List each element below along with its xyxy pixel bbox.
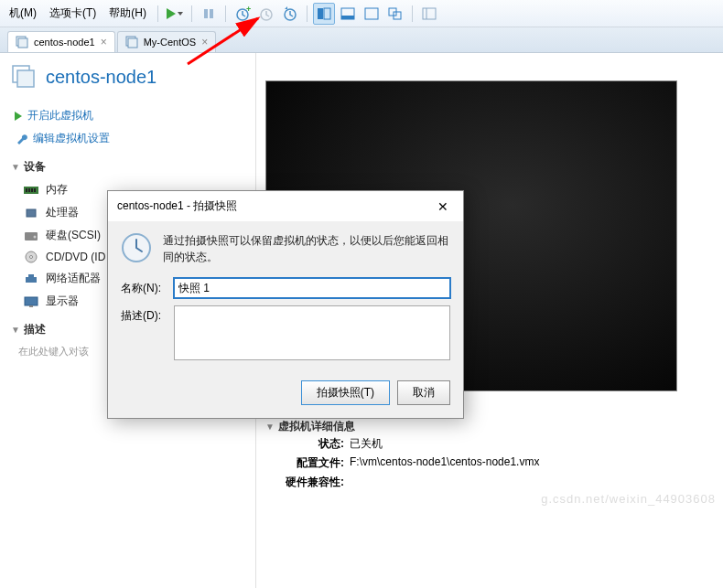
svg-rect-25 — [31, 188, 33, 192]
cd-icon — [24, 251, 38, 263]
svg-rect-10 — [365, 8, 378, 19]
svg-rect-1 — [210, 9, 213, 18]
svg-rect-21 — [17, 70, 34, 87]
svg-rect-35 — [29, 305, 33, 307]
play-icon — [167, 8, 176, 19]
play-icon — [15, 112, 22, 121]
config-value: F:\vm\centos-node1\centos-node1.vmx — [344, 455, 539, 471]
split-view-icon — [317, 7, 331, 20]
details-header[interactable]: ▼ 虚拟机详细信息 — [265, 419, 714, 434]
tab-my-centos[interactable]: My-CentOS × — [117, 31, 216, 52]
view-mode-2[interactable] — [337, 3, 359, 25]
svg-rect-9 — [341, 16, 354, 19]
state-value: 已关机 — [344, 436, 383, 452]
desc-label: 描述(D): — [121, 305, 174, 324]
collapse-icon: ▼ — [11, 162, 20, 172]
snapshot-name-input[interactable] — [174, 278, 450, 298]
tab-centos-node1[interactable]: centos-node1 × — [7, 31, 115, 52]
dialog-close-button[interactable]: ✕ — [432, 199, 454, 214]
disk-icon — [24, 230, 38, 242]
unity-icon — [388, 7, 403, 20]
menubar: 机(M) 选项卡(T) 帮助(H) + — [0, 0, 723, 27]
clock-icon — [121, 232, 152, 263]
compat-label: 硬件兼容性: — [280, 475, 344, 490]
snapshot-take-button[interactable]: + — [232, 3, 254, 25]
vm-icon — [16, 36, 28, 48]
power-on-link[interactable]: 开启此虚拟机 — [7, 104, 248, 127]
display-icon — [24, 295, 38, 308]
svg-rect-18 — [128, 38, 137, 48]
cpu-icon — [24, 207, 38, 219]
fullscreen-icon — [364, 7, 379, 20]
play-button[interactable] — [164, 3, 186, 25]
svg-rect-16 — [18, 38, 27, 48]
state-label: 状态: — [280, 436, 344, 452]
vm-icon-large — [11, 64, 37, 90]
tab-label: centos-node1 — [34, 37, 95, 48]
svg-point-31 — [30, 256, 33, 259]
snapshot-take-icon: + — [234, 5, 251, 22]
suspend-icon — [201, 6, 216, 21]
library-icon — [422, 7, 437, 20]
vm-details: ▼ 虚拟机详细信息 状态:已关机 配置文件:F:\vm\centos-node1… — [265, 419, 714, 492]
svg-rect-6 — [318, 8, 323, 19]
view-mode-5[interactable] — [418, 3, 440, 25]
collapse-icon: ▼ — [265, 422, 275, 432]
power-on-label: 开启此虚拟机 — [27, 108, 93, 123]
view-mode-1[interactable] — [313, 3, 335, 25]
tabs-bar: centos-node1 × My-CentOS × — [0, 27, 723, 53]
watermark: g.csdn.net/weixin_44903608 — [541, 492, 716, 506]
description-label: 描述 — [24, 322, 46, 337]
svg-rect-7 — [324, 8, 330, 19]
memory-icon — [24, 184, 38, 197]
snapshot-revert-icon — [258, 5, 275, 22]
svg-rect-32 — [26, 277, 37, 283]
toolbar-btn-1[interactable] — [198, 3, 220, 25]
snapshot-revert-button[interactable] — [255, 3, 277, 25]
wrench-icon — [15, 133, 27, 145]
vm-title: centos-node1 — [46, 67, 156, 88]
cancel-button[interactable]: 取消 — [397, 380, 450, 405]
tab-close[interactable]: × — [101, 36, 107, 48]
svg-rect-13 — [423, 8, 436, 19]
menu-help[interactable]: 帮助(H) — [103, 3, 152, 24]
network-icon — [24, 273, 38, 285]
menu-tabs[interactable]: 选项卡(T) — [44, 3, 102, 24]
edit-settings-link[interactable]: 编辑虚拟机设置 — [7, 127, 248, 150]
devices-label: 设备 — [24, 159, 46, 175]
vm-icon — [125, 36, 138, 48]
svg-point-29 — [34, 235, 37, 238]
tab-label: My-CentOS — [144, 37, 196, 48]
svg-text:+: + — [246, 5, 251, 14]
take-snapshot-button[interactable]: 拍摄快照(T) — [301, 380, 390, 405]
devices-section-header[interactable]: ▼ 设备 — [7, 150, 248, 178]
collapse-icon: ▼ — [11, 325, 20, 335]
svg-rect-26 — [34, 188, 36, 192]
view-mode-3[interactable] — [361, 3, 383, 25]
svg-rect-34 — [25, 297, 38, 305]
svg-rect-24 — [28, 188, 30, 192]
dialog-info-text: 通过拍摄快照可以保留虚拟机的状态，以便以后您能返回相同的状态。 — [163, 232, 450, 265]
view-mode-4[interactable] — [384, 3, 406, 25]
snapshot-manage-button[interactable] — [279, 3, 301, 25]
svg-rect-23 — [26, 188, 27, 192]
config-label: 配置文件: — [280, 455, 344, 471]
dialog-title-text: centos-node1 - 拍摄快照 — [117, 198, 237, 214]
edit-settings-label: 编辑虚拟机设置 — [33, 131, 110, 146]
name-label: 名称(N): — [121, 278, 174, 296]
svg-rect-27 — [27, 209, 36, 217]
menu-vm[interactable]: 机(M) — [4, 3, 42, 24]
tab-close[interactable]: × — [201, 36, 208, 48]
single-view-icon — [340, 7, 355, 20]
snapshot-manage-icon — [282, 5, 298, 22]
svg-rect-33 — [28, 274, 34, 277]
snapshot-dialog: centos-node1 - 拍摄快照 ✕ 通过拍摄快照可以保留虚拟机的状态，以… — [107, 190, 464, 419]
svg-rect-0 — [204, 9, 208, 18]
snapshot-desc-input[interactable] — [174, 305, 450, 360]
